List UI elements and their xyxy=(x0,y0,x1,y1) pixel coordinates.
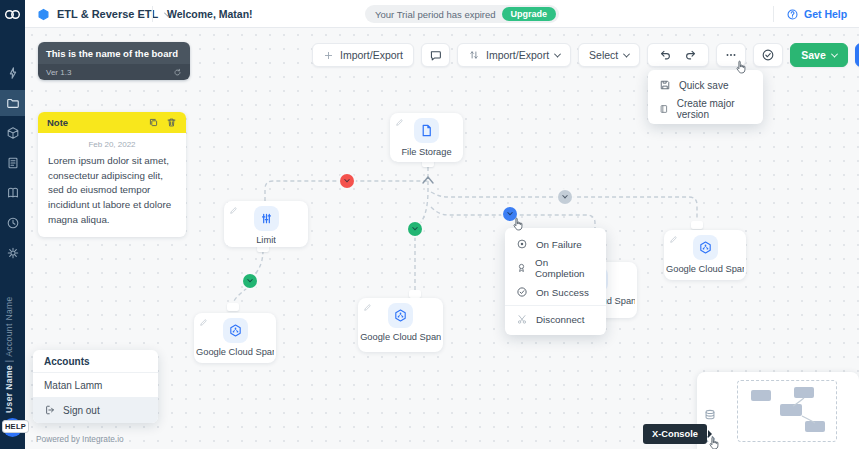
lightning-icon xyxy=(6,66,20,80)
note-date: Feb 20, 2022 xyxy=(48,140,176,149)
chevron-down-icon xyxy=(507,210,513,216)
edit-pencil-icon[interactable] xyxy=(669,235,678,244)
on-completion-label: On Completion xyxy=(535,257,595,279)
node-gcs-right[interactable]: Google Cloud Span... xyxy=(664,230,746,280)
note-body: Feb 20, 2022 Lorem ipsum dolor sit amet,… xyxy=(38,133,186,237)
integrate-logo[interactable] xyxy=(0,0,25,28)
on-success-label: On Success xyxy=(536,287,589,298)
node-icon-tile xyxy=(693,235,718,260)
new-import-export-label: Import/Export xyxy=(340,49,403,61)
menu-item-create-major-version[interactable]: Create major version xyxy=(648,97,763,121)
sign-out-icon xyxy=(44,404,56,416)
sticky-note[interactable]: Note Feb 20, 2022 Lorem ipsum dolor sit … xyxy=(38,112,186,237)
import-export-menu-button[interactable]: Import/Export xyxy=(457,43,571,67)
connector-dot-success[interactable] xyxy=(408,222,422,236)
canvas-toolbar: Import/Export Import/Export Select xyxy=(312,43,859,67)
node-icon-tile xyxy=(223,318,248,343)
board-name-card: This is the name of the board Ver 1.3 xyxy=(38,42,190,80)
medal-icon xyxy=(516,262,527,274)
chevron-down-icon xyxy=(412,225,418,231)
help-circle-icon xyxy=(786,8,799,21)
node-label: Limit xyxy=(256,235,276,245)
board-name: This is the name of the board xyxy=(46,48,178,59)
connector-dot-default[interactable] xyxy=(558,190,572,204)
database-layers-icon[interactable] xyxy=(703,408,717,422)
connector-context-menu: On Failure On Completion On Success Disc… xyxy=(505,228,606,335)
node-gcs-bottom-left[interactable]: Google Cloud Span.. xyxy=(194,313,276,363)
flow-canvas[interactable]: This is the name of the board Ver 1.3 Im… xyxy=(25,28,859,449)
clipboard-icon xyxy=(6,156,20,170)
node-limit[interactable]: Limit xyxy=(224,201,308,247)
menu-item-quick-save[interactable]: Quick save xyxy=(648,73,763,97)
accounts-title: Accounts xyxy=(33,350,158,373)
save-button[interactable]: Save xyxy=(790,43,848,67)
get-help-label: Get Help xyxy=(804,8,847,20)
select-menu-button[interactable]: Select xyxy=(578,43,640,67)
new-import-export-button[interactable]: Import/Export xyxy=(312,43,414,67)
sidebar-item-connections[interactable] xyxy=(0,180,25,206)
circle-check-icon xyxy=(516,286,528,298)
sidebar-item-settings[interactable] xyxy=(0,240,25,266)
save-and-run-button[interactable]: Save & Run job xyxy=(855,43,859,67)
product-switcher[interactable]: ETL & Reverse ETL xyxy=(37,0,170,28)
port-stub[interactable] xyxy=(691,221,703,229)
upgrade-button[interactable]: Upgrade xyxy=(502,7,557,21)
import-export-menu-label: Import/Export xyxy=(486,49,549,61)
redo-icon[interactable] xyxy=(684,48,698,62)
sidebar-item-clusters[interactable] xyxy=(0,120,25,146)
node-label: Google Cloud Span... xyxy=(360,332,441,342)
sidebar-item-packages[interactable] xyxy=(0,90,25,116)
chevron-down-icon xyxy=(554,50,561,57)
create-major-version-label: Create major version xyxy=(677,98,752,120)
trial-message: Your Trial period has expired xyxy=(375,9,496,20)
connector-dot-success[interactable] xyxy=(243,274,257,288)
floppy-save-icon xyxy=(659,79,671,91)
connector-dot-failure[interactable] xyxy=(340,174,354,188)
menu-divider xyxy=(505,305,606,306)
comments-button[interactable] xyxy=(421,43,450,67)
sidebar-item-schedules[interactable] xyxy=(0,150,25,176)
trash-icon[interactable] xyxy=(166,117,177,128)
history-clock-icon xyxy=(6,216,20,230)
menu-item-on-success[interactable]: On Success xyxy=(505,280,606,304)
node-file-storage[interactable]: File Storage xyxy=(390,113,463,162)
port-stub[interactable] xyxy=(409,290,421,298)
edit-pencil-icon[interactable] xyxy=(229,206,238,215)
edit-pencil-icon[interactable] xyxy=(199,318,208,327)
node-label: File Storage xyxy=(401,147,451,157)
sidebar-item-jobs[interactable] xyxy=(0,60,25,86)
sliders-limit-icon xyxy=(259,211,274,226)
menu-item-disconnect[interactable]: Disconnect xyxy=(505,307,606,331)
undo-icon[interactable] xyxy=(658,48,672,62)
label-separator: | xyxy=(4,357,14,365)
undo-redo-group xyxy=(647,43,709,67)
node-gcs-center[interactable]: Google Cloud Span... xyxy=(358,298,443,352)
accounts-menu: Accounts Matan Lamm Sign out xyxy=(33,350,158,423)
menu-item-on-failure[interactable]: On Failure xyxy=(505,232,606,256)
arrows-up-down-icon xyxy=(468,49,480,61)
chevron-down-icon xyxy=(831,50,838,57)
menu-item-on-completion[interactable]: On Completion xyxy=(505,256,606,280)
gear-icon xyxy=(6,246,20,260)
left-sidebar: User Name | Account Name ML xyxy=(0,28,25,449)
edit-pencil-icon[interactable] xyxy=(363,303,372,312)
sidebar-item-history[interactable] xyxy=(0,210,25,236)
chevron-down-icon xyxy=(344,177,350,183)
node-icon-tile xyxy=(388,303,413,328)
app-window: ETL & Reverse ETL Welcome, Matan! Your T… xyxy=(0,0,859,449)
edit-pencil-icon[interactable] xyxy=(395,118,404,127)
validate-button[interactable] xyxy=(753,43,783,67)
edge-filestorage-branch xyxy=(416,167,428,228)
plus-icon xyxy=(323,50,334,61)
logo-rings-icon xyxy=(4,9,21,20)
header-divider xyxy=(152,6,153,22)
sign-out-button[interactable]: Sign out xyxy=(33,397,158,423)
minimap[interactable] xyxy=(737,380,837,442)
copy-icon[interactable] xyxy=(148,117,159,128)
note-header: Note xyxy=(38,112,186,133)
account-item-user[interactable]: Matan Lamm xyxy=(33,373,158,397)
get-help-link[interactable]: Get Help xyxy=(786,0,847,28)
help-button[interactable]: HELP xyxy=(2,420,29,433)
port-stub[interactable] xyxy=(227,303,239,311)
version-history-icon[interactable] xyxy=(173,68,182,77)
